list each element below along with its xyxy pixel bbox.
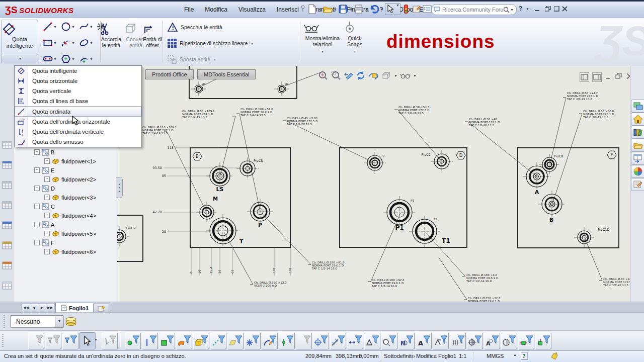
sketch-ellipse-caret[interactable]: ▼ (90, 41, 93, 45)
task-pane-home[interactable] (631, 113, 644, 126)
offset-entities-button[interactable]: Entità di offset (142, 23, 163, 48)
filter-notes-button[interactable]: N (398, 332, 415, 349)
new-document-button[interactable] (307, 4, 317, 15)
filter-connection-points-button[interactable] (518, 332, 534, 349)
table-punch-button[interactable] (2, 260, 13, 271)
tree-item-fluidpower6[interactable]: +fluidpower<6> (44, 247, 96, 256)
filter-faces-button[interactable] (159, 332, 175, 349)
print-button[interactable] (354, 4, 364, 15)
pane-right-button[interactable] (592, 72, 602, 82)
filter-sketch-points-button[interactable] (245, 332, 261, 349)
sketch-rectangle-button[interactable]: ▼ (42, 37, 57, 48)
sketch-slot-button[interactable]: ▼ (42, 53, 57, 64)
sketch-line-caret[interactable]: ▼ (53, 25, 57, 29)
smart-dimension-button[interactable]: Quota intelligente (1, 20, 38, 55)
open-button[interactable] (323, 4, 333, 15)
tag-icon[interactable] (550, 352, 558, 360)
filter-center-marks-button[interactable] (313, 332, 329, 349)
filter-filter-multi-button[interactable] (45, 332, 61, 349)
filter-datum-a-button[interactable]: A (484, 332, 500, 349)
tab-mdtools-essential[interactable]: MDTools Essential (197, 69, 256, 79)
filter-section-lines-button[interactable] (330, 332, 346, 349)
close-button[interactable] (560, 5, 569, 13)
table-edit-button[interactable] (2, 240, 13, 251)
collapse-box[interactable]: − (34, 204, 40, 209)
layer-properties-button[interactable] (64, 315, 78, 327)
filter-select-funnel-button[interactable] (102, 332, 118, 349)
tree-item-fluidpower4[interactable]: +fluidpower<4> (44, 211, 96, 220)
menu-item-smart[interactable]: Quota intelligente (15, 66, 141, 76)
expand-box[interactable]: + (44, 158, 50, 164)
tree-item-fluidpower3[interactable]: +fluidpower<3> (44, 193, 96, 202)
menu-item-base[interactable]: Quota di linea di base (15, 96, 141, 106)
undo-caret[interactable]: ▼ (380, 8, 384, 11)
collapse-box[interactable]: − (34, 240, 40, 245)
expand-box[interactable]: + (44, 176, 50, 182)
table-hole-button[interactable] (2, 159, 13, 170)
view-orientation-caret[interactable]: ▼ (393, 74, 398, 77)
quick-snaps-caret[interactable]: ▼ (344, 49, 366, 55)
layer-dropdown-caret[interactable]: ▼ (55, 316, 63, 327)
expand-box[interactable]: + (44, 231, 50, 236)
display-delete-relations-button[interactable]: Mostra/elimina relazioni ▼ (303, 21, 342, 55)
table-revision-button[interactable] (2, 179, 13, 191)
first-sheet-button[interactable]: ◀◀ (22, 304, 30, 312)
units-selector[interactable]: MMGS (487, 353, 504, 359)
pane-left-button[interactable] (580, 72, 589, 82)
maximize-button[interactable] (552, 5, 561, 13)
filter-routing-points-button[interactable] (535, 332, 551, 349)
task-pane-resources[interactable] (631, 100, 644, 113)
prev-sheet-button[interactable]: ◀ (30, 304, 38, 312)
move-entities-button[interactable]: Sposta entità ▼ (167, 54, 216, 64)
expand-box[interactable]: + (44, 195, 50, 200)
filter-balloons-button[interactable] (381, 332, 397, 349)
tree-item-A[interactable]: −A (34, 220, 54, 229)
tree-item-fluidpower5[interactable]: +fluidpower<5> (44, 229, 96, 238)
sketch-line-button[interactable]: ▼ (42, 21, 57, 32)
save-button[interactable] (338, 4, 348, 15)
menu-visualizza[interactable]: Visualizza (233, 4, 271, 16)
menu-inserisci[interactable]: Inserisci (271, 4, 304, 16)
help-caret[interactable]: ▼ (523, 5, 532, 13)
filter-sketch-segments-button[interactable] (262, 332, 278, 349)
minimize-button[interactable] (533, 5, 542, 13)
sketch-ellipse-button[interactable]: ▼ (78, 37, 93, 48)
table-general-button[interactable] (2, 139, 13, 150)
smart-dimension-flyout[interactable]: ▼ (1, 55, 39, 63)
zoom-area-button[interactable] (331, 70, 341, 81)
linear-sketch-pattern-button[interactable]: Ripetizione di schizzo lineare ▼ (167, 38, 254, 48)
sketch-polygon-button[interactable]: ▼ (60, 53, 75, 64)
doc-minimize-button[interactable] (605, 72, 612, 82)
tab-prodotti-office[interactable]: Prodotti Office (145, 69, 194, 79)
task-pane-custom-properties[interactable] (631, 178, 644, 191)
mirror-entities-button[interactable]: ! Specchia le entità (167, 22, 222, 32)
last-sheet-button[interactable]: ▶▶ (46, 304, 54, 312)
tree-item-D[interactable]: −D (34, 184, 55, 193)
undo-button[interactable] (369, 4, 379, 15)
filter-surface-finish-button[interactable] (433, 332, 449, 349)
sheet-tab-foglio1[interactable]: Foglio1 (55, 303, 94, 313)
display-style-button[interactable] (400, 70, 411, 81)
new-document-caret[interactable]: ▼ (317, 8, 322, 11)
tree-item-B[interactable]: −B (34, 148, 54, 156)
filter-axes-button[interactable] (210, 332, 226, 349)
collapse-box[interactable]: − (34, 222, 40, 227)
sketch-arc3pt-button[interactable]: ▼ (78, 53, 93, 64)
print-caret[interactable]: ▼ (364, 8, 369, 11)
collapse-box[interactable]: − (34, 149, 40, 155)
menu-item-ordv[interactable]: 123Quota dell'ordinata verticale (15, 127, 141, 137)
sketch-circle-caret[interactable]: ▼ (71, 25, 75, 29)
filter-midpoints-button[interactable] (279, 332, 295, 349)
tree-item-F[interactable]: −F (34, 238, 54, 247)
filter-annotations-button[interactable]: A (416, 332, 432, 349)
select-tool-button[interactable]: ▼ (385, 3, 400, 15)
tree-item-E[interactable]: −E (34, 166, 54, 174)
view-orientation-button[interactable] (381, 70, 391, 81)
menu-item-vert[interactable]: Quota verticale (15, 86, 141, 96)
filter-edges-button[interactable] (142, 332, 158, 349)
sketch-rectangle-caret[interactable]: ▼ (53, 41, 57, 45)
doc-restore-button[interactable] (615, 72, 623, 82)
expand-box[interactable]: + (44, 249, 50, 254)
quick-snaps-button[interactable]: Quick Snaps ▼ (344, 21, 366, 55)
table-design-button[interactable] (2, 220, 13, 231)
